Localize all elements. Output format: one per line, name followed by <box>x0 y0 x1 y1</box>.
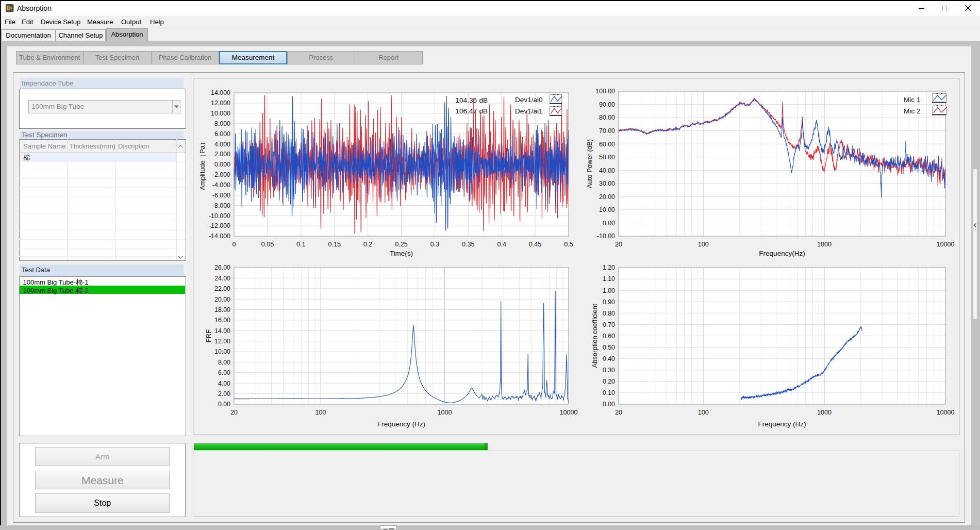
svg-text:100: 100 <box>698 241 709 248</box>
svg-text:10.00: 10.00 <box>599 206 615 213</box>
svg-text:-6.000: -6.000 <box>212 192 230 199</box>
svg-text:10000: 10000 <box>559 409 577 416</box>
svg-text:14.000: 14.000 <box>211 89 230 96</box>
svg-text:Auto Power (dB): Auto Power (dB) <box>586 139 593 188</box>
svg-text:0.10: 0.10 <box>603 389 615 396</box>
svg-text:-14.000: -14.000 <box>209 233 230 240</box>
svg-text:0.4: 0.4 <box>497 241 506 248</box>
svg-text:-12.000: -12.000 <box>209 222 230 229</box>
svg-text:0.5: 0.5 <box>564 241 573 248</box>
svg-text:0.3: 0.3 <box>430 241 440 248</box>
svg-text:14.00: 14.00 <box>214 327 230 335</box>
svg-text:-4.000: -4.000 <box>212 181 230 189</box>
svg-text:90.00: 90.00 <box>599 101 615 108</box>
svg-text:70.00: 70.00 <box>599 127 615 135</box>
svg-text:22.00: 22.00 <box>214 285 230 292</box>
svg-text:60.00: 60.00 <box>599 141 615 148</box>
svg-text:0.00: 0.00 <box>218 401 230 408</box>
svg-text:0.00: 0.00 <box>603 220 615 227</box>
svg-text:18.00: 18.00 <box>214 306 230 313</box>
svg-text:2.00: 2.00 <box>218 390 230 397</box>
svg-text:40.00: 40.00 <box>599 167 615 174</box>
svg-text:FRF: FRF <box>205 329 212 342</box>
svg-text:12.000: 12.000 <box>211 100 230 107</box>
svg-text:Time(s): Time(s) <box>390 250 413 257</box>
svg-text:20: 20 <box>615 241 622 248</box>
svg-text:Mic 2: Mic 2 <box>904 107 920 115</box>
svg-text:20: 20 <box>615 409 622 416</box>
svg-text:6.000: 6.000 <box>214 130 230 138</box>
svg-text:8.00: 8.00 <box>218 359 230 366</box>
svg-text:Amplitude（Pa）: Amplitude（Pa） <box>198 139 206 190</box>
svg-text:0.25: 0.25 <box>395 241 408 248</box>
svg-text:-10.00: -10.00 <box>597 233 615 240</box>
svg-text:0.70: 0.70 <box>603 321 615 328</box>
svg-text:Dev1/ai1: Dev1/ai1 <box>515 107 543 115</box>
svg-text:Frequency (Hz): Frequency (Hz) <box>377 420 425 428</box>
svg-text:20: 20 <box>230 409 238 416</box>
svg-text:10000: 10000 <box>936 241 954 248</box>
svg-text:-8.000: -8.000 <box>212 202 230 209</box>
svg-text:10.000: 10.000 <box>211 110 230 117</box>
svg-text:104.35: 104.35 <box>456 96 477 104</box>
svg-text:0: 0 <box>232 241 236 248</box>
svg-text:1000: 1000 <box>437 409 452 416</box>
svg-text:100: 100 <box>698 409 709 416</box>
svg-text:1.00: 1.00 <box>603 287 615 294</box>
svg-text:Frequency(Hz): Frequency(Hz) <box>759 250 805 257</box>
svg-text:dB: dB <box>479 107 488 115</box>
svg-text:Dev1/ai0: Dev1/ai0 <box>515 96 543 104</box>
svg-text:1.20: 1.20 <box>603 264 615 271</box>
svg-text:100: 100 <box>315 409 326 416</box>
svg-text:0.80: 0.80 <box>603 310 615 317</box>
svg-text:80.00: 80.00 <box>599 114 615 121</box>
svg-text:2.000: 2.000 <box>214 151 230 158</box>
svg-text:0.60: 0.60 <box>603 333 615 340</box>
svg-text:30.00: 30.00 <box>599 180 615 187</box>
svg-text:0.50: 0.50 <box>603 344 615 351</box>
svg-text:20.00: 20.00 <box>214 296 230 303</box>
svg-text:1000: 1000 <box>817 241 832 248</box>
svg-text:0.45: 0.45 <box>529 241 542 248</box>
svg-text:10.00: 10.00 <box>214 348 230 355</box>
svg-text:16.00: 16.00 <box>214 317 230 324</box>
svg-text:1.10: 1.10 <box>603 275 615 283</box>
svg-text:-10.000: -10.000 <box>209 212 230 220</box>
svg-text:Frequency (Hz): Frequency (Hz) <box>758 420 806 428</box>
svg-text:8.000: 8.000 <box>214 120 230 127</box>
svg-text:0.000: 0.000 <box>214 161 230 168</box>
svg-text:4.00: 4.00 <box>218 380 230 387</box>
svg-text:26.00: 26.00 <box>214 264 230 271</box>
svg-text:0.15: 0.15 <box>328 241 341 248</box>
svg-text:-2.000: -2.000 <box>212 171 230 178</box>
svg-text:20.00: 20.00 <box>599 193 615 201</box>
svg-text:24.00: 24.00 <box>214 275 230 282</box>
svg-text:0.20: 0.20 <box>603 378 615 385</box>
svg-text:0.05: 0.05 <box>261 241 274 248</box>
svg-text:0.00: 0.00 <box>603 401 615 408</box>
svg-text:dB: dB <box>479 96 488 104</box>
svg-text:Mic 1: Mic 1 <box>904 96 920 104</box>
svg-text:100.00: 100.00 <box>595 88 615 95</box>
svg-text:0.30: 0.30 <box>603 367 615 374</box>
svg-text:0.2: 0.2 <box>363 241 373 248</box>
svg-text:0.1: 0.1 <box>296 241 306 248</box>
svg-text:0.35: 0.35 <box>462 241 475 248</box>
svg-text:50.00: 50.00 <box>599 154 615 161</box>
svg-text:106.47: 106.47 <box>456 107 477 115</box>
svg-text:6.00: 6.00 <box>218 369 230 376</box>
svg-text:0.90: 0.90 <box>603 299 615 306</box>
svg-text:1000: 1000 <box>817 409 832 416</box>
svg-text:0.40: 0.40 <box>603 355 615 362</box>
svg-text:Absorption coefficient: Absorption coefficient <box>591 304 599 368</box>
svg-text:10000: 10000 <box>936 409 954 416</box>
svg-text:4.000: 4.000 <box>214 141 230 148</box>
svg-text:12.00: 12.00 <box>214 338 230 345</box>
